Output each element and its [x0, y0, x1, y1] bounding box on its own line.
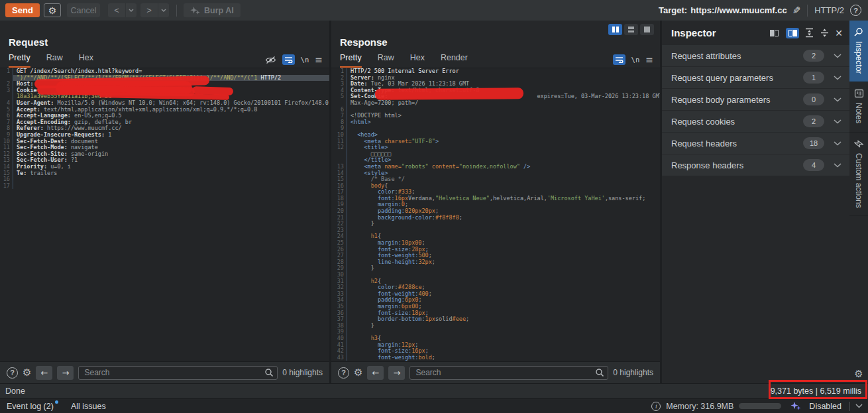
search-icon: [595, 368, 604, 379]
send-button[interactable]: Send: [5, 3, 40, 17]
layout-columns-icon[interactable]: [608, 24, 622, 35]
count-badge: 2: [803, 50, 824, 62]
toolbar-divider: [176, 5, 177, 17]
burp-ai-status[interactable]: Disabled: [809, 402, 841, 411]
request-tab-hex[interactable]: Hex: [79, 53, 93, 68]
request-highlight-count: 0 highlights: [282, 368, 323, 377]
line-number: 4: [331, 88, 347, 94]
response-tabbar: Pretty Raw Hex Render \n ≡: [331, 51, 660, 68]
history-back-button[interactable]: <: [108, 3, 125, 17]
toolbar-divider: [807, 5, 808, 17]
history-forward-dropdown[interactable]: [158, 3, 169, 17]
code-row: 37 border-bottom:1pxsolid#eee;: [331, 316, 660, 323]
line-number: 3: [0, 88, 13, 94]
search-prev-button[interactable]: ←: [367, 366, 384, 380]
help-icon[interactable]: ?: [850, 5, 861, 16]
layout-toggle-group: [608, 24, 654, 35]
code-row: 28 line-height:32px;: [331, 259, 660, 266]
protocol-label[interactable]: HTTP/2: [814, 5, 844, 15]
request-search-input[interactable]: [78, 366, 278, 380]
response-editor[interactable]: 1HTTP/2 500 Internal Server Error2Server…: [331, 68, 660, 361]
code-row: 22 }: [331, 221, 660, 227]
code-row: 9: [331, 125, 660, 132]
request-tab-pretty[interactable]: Pretty: [9, 53, 30, 68]
chevron-down-icon: [161, 9, 166, 12]
collapse-all-icon[interactable]: [820, 29, 830, 37]
editor-menu-icon[interactable]: ≡: [315, 54, 323, 65]
inspector-dock-right-icon[interactable]: [786, 28, 799, 38]
chevron-down-icon[interactable]: [855, 404, 863, 408]
search-next-button[interactable]: →: [388, 366, 405, 380]
show-newlines-icon[interactable]: \n: [631, 56, 640, 64]
strip-tab-notes[interactable]: Notes: [849, 82, 868, 132]
strip-settings-icon[interactable]: ⚙: [849, 368, 868, 380]
word-wrap-toggle[interactable]: [282, 54, 295, 65]
history-back-dropdown[interactable]: [126, 3, 136, 17]
word-wrap-icon: [284, 56, 293, 63]
memory-gauge: [739, 403, 781, 409]
response-tab-pretty[interactable]: Pretty: [340, 53, 362, 68]
count-badge: 4: [803, 159, 824, 171]
send-settings-button[interactable]: ⚙: [44, 3, 61, 17]
right-tab-strip: Inspector Notes Custom actions ⚙: [849, 21, 868, 383]
word-wrap-icon: [615, 56, 624, 63]
count-badge: 0: [803, 93, 824, 105]
search-next-button[interactable]: →: [57, 366, 74, 380]
code-row: 8<html>: [331, 119, 660, 126]
line-number: 2: [331, 75, 347, 82]
close-icon[interactable]: ✕: [835, 28, 843, 38]
inspector-dock-left-icon[interactable]: [767, 28, 781, 38]
response-search-input[interactable]: [409, 366, 608, 380]
layout-single-icon[interactable]: [640, 24, 654, 35]
line-number: [331, 151, 347, 158]
search-help-icon[interactable]: ?: [7, 367, 18, 379]
line-number: 8: [331, 119, 347, 126]
response-metrics: 9,371 bytes | 6,519 millis: [771, 386, 861, 396]
inspector-section-request-cookies[interactable]: Request cookies2: [662, 111, 849, 132]
layout-rows-icon[interactable]: [624, 24, 638, 35]
target-label: Target:: [659, 5, 687, 15]
inspector-title: Inspector: [671, 27, 716, 38]
cancel-button[interactable]: Cancel: [67, 3, 100, 17]
inspector-section-request-body-parameters[interactable]: Request body parameters0: [662, 89, 849, 110]
inspector-section-request-attributes[interactable]: Request attributes2: [662, 45, 849, 66]
chevron-down-icon: [834, 163, 841, 168]
search-settings-icon[interactable]: ⚙: [23, 367, 31, 379]
inspector-panel: Inspector ✕ Request attributes2Request: [662, 21, 849, 383]
search-settings-icon[interactable]: ⚙: [354, 367, 362, 379]
history-forward-button[interactable]: >: [140, 3, 158, 17]
inspector-section-response-headers[interactable]: Response headers4: [662, 154, 849, 176]
expand-all-icon[interactable]: [804, 28, 814, 38]
request-tab-raw[interactable]: Raw: [46, 53, 63, 68]
burp-ai-button[interactable]: Burp AI: [184, 3, 241, 17]
line-number: 1: [0, 68, 13, 75]
show-newlines-icon[interactable]: \n: [301, 56, 309, 64]
search-help-icon[interactable]: ?: [338, 367, 349, 379]
line-number: 3: [331, 81, 347, 88]
burp-ai-sparkles-icon: [790, 401, 801, 411]
response-searchbar: ? ⚙ ← → 0 highlights: [331, 361, 660, 383]
event-log-button[interactable]: Event log (2): [7, 402, 54, 411]
response-tab-raw[interactable]: Raw: [378, 53, 394, 68]
edit-target-icon[interactable]: ✎: [792, 5, 801, 17]
request-panel: Request Pretty Raw Hex \n ≡ 1GET /index/…: [0, 21, 329, 383]
inspector-section-request-headers[interactable]: Request headers18: [662, 133, 849, 154]
inspector-section-request-query-parameters[interactable]: Request query parameters1: [662, 67, 849, 88]
strip-tab-custom-actions[interactable]: Custom actions: [849, 133, 868, 217]
request-editor[interactable]: 1GET /index/Search/index.html?keyword=")…: [0, 68, 329, 361]
response-panel: Response Pretty Raw Hex Render \n ≡ 1HTT…: [331, 21, 660, 383]
search-prev-button[interactable]: ←: [36, 366, 52, 380]
response-tab-hex[interactable]: Hex: [410, 53, 425, 68]
response-tab-render[interactable]: Render: [441, 53, 468, 68]
word-wrap-toggle[interactable]: [613, 54, 625, 65]
hide-nonprintable-icon[interactable]: [265, 56, 276, 64]
line-number: 7: [331, 113, 347, 119]
chevron-down-icon: [129, 9, 134, 12]
response-title: Response: [340, 36, 388, 48]
chevron-down-icon: [834, 76, 841, 80]
all-issues-button[interactable]: All issues: [71, 402, 106, 411]
strip-tab-inspector[interactable]: Inspector: [849, 21, 868, 82]
editor-menu-icon[interactable]: ≡: [645, 54, 653, 65]
info-icon[interactable]: i: [651, 402, 661, 411]
line-number: 6: [331, 107, 347, 113]
